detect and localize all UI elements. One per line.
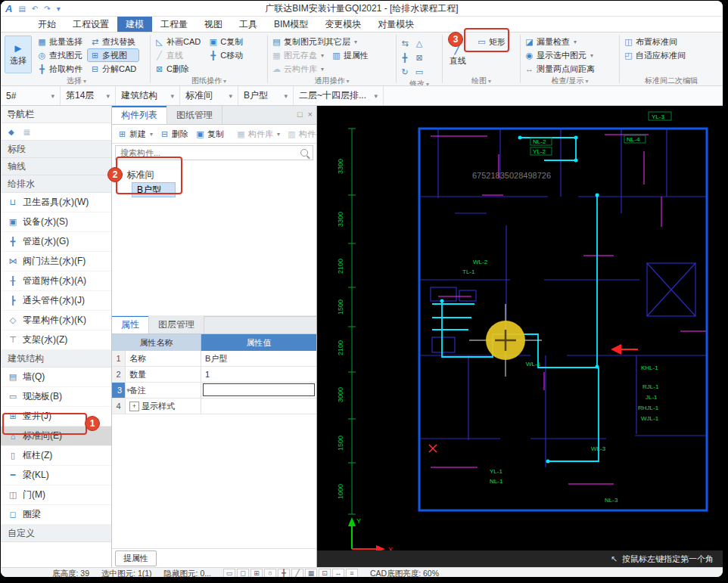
tree-node-standard-room[interactable]: ▾ 标准间: [112, 167, 316, 182]
copy-component-button[interactable]: ▣复制: [193, 128, 226, 140]
modify-trim-icon[interactable]: ▭: [412, 65, 426, 79]
nav-item-misc-component[interactable]: ◇零星构件(水)(K): [1, 311, 111, 330]
cad-move-button[interactable]: ╋C移动: [206, 49, 245, 61]
explode-cad-button[interactable]: ⊟分解CAD: [88, 63, 138, 75]
cad-brightness-status[interactable]: CAD底图亮度: 60%: [370, 569, 439, 578]
nav-compass-icon[interactable]: ◆: [8, 128, 14, 136]
nav-item-ring-beam[interactable]: ◻圈梁: [1, 505, 111, 525]
modify-delete-icon[interactable]: ⊠: [412, 51, 426, 64]
group-label-check[interactable]: 检查/显示: [522, 76, 618, 85]
nav-item-sanitary-fixture[interactable]: ⊔卫生器具(水)(W): [1, 193, 111, 212]
modify-move-icon[interactable]: ╋: [398, 51, 412, 64]
find-replace-button[interactable]: ⇄查找替换: [88, 36, 138, 48]
panel-close-icon[interactable]: ×: [308, 110, 313, 119]
floor-dropdown[interactable]: 第14层: [61, 86, 116, 105]
tab-drawing-management[interactable]: 图纸管理: [167, 106, 222, 124]
tab-properties[interactable]: 属性: [112, 315, 149, 333]
status-toggle-icon[interactable]: ╱: [291, 569, 303, 577]
extract-properties-footer-button[interactable]: 提属性: [115, 550, 157, 566]
measure-distance-button[interactable]: ↔测量两点间距离: [522, 63, 597, 75]
redo-icon[interactable]: ↷: [44, 5, 50, 13]
layout-standard-room-button[interactable]: ◫布置标准间: [621, 36, 688, 48]
property-row-quantity[interactable]: 2 数量 1: [112, 367, 316, 383]
tab-bim-model[interactable]: BIM模型: [266, 17, 316, 32]
nav-item-door[interactable]: ◫门(M): [1, 485, 111, 505]
nav-item-support[interactable]: ⊤支架(水)(Z): [1, 330, 111, 350]
find-element-button[interactable]: ◎查找图元: [35, 49, 85, 61]
tab-tools[interactable]: 工具: [231, 17, 266, 32]
component-save-button[interactable]: ▥构件存盘: [285, 128, 316, 140]
tab-project-settings[interactable]: 工程设置: [64, 17, 117, 32]
nav-item-pipe-fitting[interactable]: ┣通头管件(水)(J): [1, 291, 111, 311]
property-row-remark[interactable]: 3 备注: [112, 383, 316, 398]
adaptive-standard-room-button[interactable]: ◰自适应标准间: [621, 49, 688, 61]
property-value[interactable]: B户型: [201, 351, 316, 366]
new-component-button[interactable]: ⊞新建: [115, 128, 155, 140]
property-value[interactable]: 1: [201, 367, 316, 382]
undo-icon[interactable]: ↶: [32, 5, 38, 13]
tab-layer-management[interactable]: 图层管理: [149, 315, 204, 333]
nav-section-axis[interactable]: 轴线: [1, 158, 111, 175]
status-toggle-icon[interactable]: ↔: [332, 569, 344, 577]
group-label-modify[interactable]: 修改: [398, 79, 440, 86]
pick-component-button[interactable]: ╋拾取构件: [35, 63, 85, 75]
tab-start[interactable]: 开始: [30, 17, 64, 32]
group-label-select[interactable]: 选择: [5, 76, 148, 85]
status-toggle-icon[interactable]: ○: [264, 569, 276, 577]
copy-to-layers-button[interactable]: ▤复制图元到其它层: [269, 36, 359, 48]
tab-modeling[interactable]: 建模: [117, 17, 152, 32]
property-row-name[interactable]: 1 名称 B户型: [112, 351, 316, 367]
save-icon[interactable]: ▤: [18, 5, 25, 13]
status-toggle-icon[interactable]: ╋: [278, 569, 290, 577]
modify-rotate-icon[interactable]: ↻: [398, 65, 412, 79]
category-dropdown[interactable]: 建筑结构: [116, 86, 180, 105]
select-tool-button[interactable]: ► 选择: [5, 36, 32, 73]
tab-quantities[interactable]: 工程量: [152, 17, 196, 32]
status-toggle-icon[interactable]: ◻: [237, 569, 249, 577]
element-save-button[interactable]: ▦图元存盘: [269, 49, 326, 61]
tab-view[interactable]: 视图: [196, 17, 231, 32]
group-label-common[interactable]: 通用操作: [269, 76, 394, 85]
multi-view-button[interactable]: ⊞多视图: [88, 49, 138, 61]
leak-check-button[interactable]: ◪漏量检查: [522, 36, 597, 48]
nav-item-equipment[interactable]: ▣设备(水)(S): [1, 212, 111, 232]
sheet-line-button[interactable]: ╱直线: [152, 49, 203, 61]
nav-item-wall[interactable]: ▤墙(Q): [1, 367, 111, 387]
section-dropdown[interactable]: 5#: [1, 86, 61, 105]
status-toggle-icon[interactable]: ▭: [223, 569, 235, 577]
component-dropdown[interactable]: B户型: [238, 86, 294, 105]
draw-rectangle-button[interactable]: ▭矩形: [474, 36, 508, 48]
extract-properties-button[interactable]: ▥提属性: [329, 49, 371, 61]
tab-change-module[interactable]: 变更模块: [316, 17, 369, 32]
modify-mirror-icon[interactable]: ⇆: [398, 36, 412, 50]
nav-item-slab[interactable]: ▭现浇板(B): [1, 387, 111, 407]
remark-edit-field[interactable]: [203, 383, 315, 396]
cad-canvas[interactable]: 3300 3300 2100 1500 2100 3000 1500 1000: [317, 106, 723, 567]
drawing-dropdown[interactable]: 二层~十四层排...: [294, 86, 384, 105]
nav-item-frame-column[interactable]: ▯框柱(Z): [1, 446, 111, 466]
cloud-library-button[interactable]: ☁云构件库: [269, 63, 326, 75]
nav-item-valve-flange[interactable]: ⋈阀门法兰(水)(F): [1, 252, 111, 271]
group-label-sheet[interactable]: 图纸操作: [152, 76, 266, 85]
component-library-button[interactable]: ▦构件库: [234, 128, 282, 140]
modify-warning-icon[interactable]: △: [412, 36, 426, 50]
delete-component-button[interactable]: ⊟删除: [157, 128, 191, 140]
cad-delete-button[interactable]: ⊠C删除: [152, 63, 203, 75]
tab-compare-module[interactable]: 对量模块: [369, 17, 422, 32]
search-input[interactable]: [115, 145, 313, 160]
patch-cad-button[interactable]: ◺补画CAD: [152, 36, 203, 48]
nav-section-custom[interactable]: 自定义: [1, 525, 111, 542]
nav-item-pipe[interactable]: ╋管道(水)(G): [1, 232, 111, 252]
batch-select-button[interactable]: ▦批量选择: [35, 36, 85, 48]
status-toggle-icon[interactable]: ≡: [346, 569, 358, 577]
status-toggle-icon[interactable]: ⊞: [250, 569, 263, 577]
status-toggle-icon[interactable]: ▦: [305, 569, 317, 577]
nav-item-pipe-accessory[interactable]: ╂管道附件(水)(A): [1, 271, 111, 291]
status-toggle-icon[interactable]: ⊡: [319, 569, 331, 577]
show-selected-button[interactable]: ◉显示选中图元: [522, 49, 597, 61]
group-label-draw[interactable]: 绘图: [444, 76, 518, 85]
panel-maximize-icon[interactable]: □: [297, 110, 303, 119]
expand-icon[interactable]: +: [129, 402, 139, 411]
property-row-display-style[interactable]: 4 +显示样式: [112, 398, 316, 414]
nav-section-bidsection[interactable]: 标段: [1, 141, 111, 158]
